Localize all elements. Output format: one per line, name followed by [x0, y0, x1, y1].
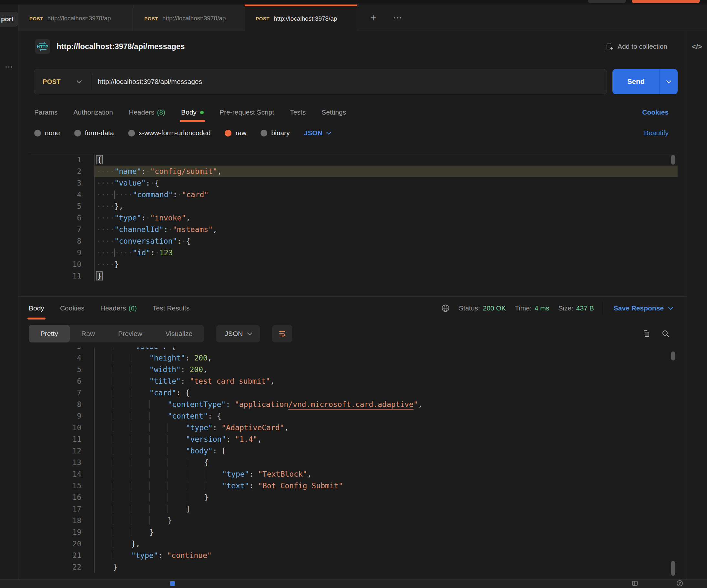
code-line: 15 "text": "Bot Config Submit" — [29, 480, 678, 491]
response-view-switcher: Pretty Raw Preview Visualize — [29, 325, 204, 342]
response-code-lines: 3 "value": {4 "height": 200,5 "width": 2… — [29, 348, 678, 573]
response-tab-cookies[interactable]: Cookies — [60, 297, 85, 319]
radio-selected-icon — [225, 130, 232, 137]
code-line: 16 } — [29, 491, 678, 503]
response-headers-count-badge: (6) — [129, 304, 137, 312]
send-button-label: Send — [612, 77, 660, 86]
code-line: 5 "width": 200, — [29, 364, 678, 375]
view-pretty[interactable]: Pretty — [29, 325, 70, 342]
request-body-editor[interactable]: 1{2····"name":·"config/submit",3····"val… — [29, 153, 678, 291]
send-options-chevron[interactable] — [660, 81, 678, 82]
status-footer: ? — [0, 579, 707, 588]
headers-count-badge: (8) — [157, 108, 165, 116]
view-preview[interactable]: Preview — [106, 325, 154, 342]
chevron-down-icon — [247, 331, 252, 336]
help-icon[interactable]: ? — [677, 580, 683, 586]
globe-icon — [441, 304, 450, 312]
code-snippet-icon[interactable]: </> — [687, 43, 707, 51]
code-line: 11 "version": "1.4", — [29, 434, 678, 445]
import-button-label: port — [1, 15, 13, 23]
meta-divider — [604, 302, 604, 315]
send-button[interactable]: Send — [612, 69, 678, 94]
request-editor-scrollbar[interactable] — [671, 155, 675, 165]
import-button-partial[interactable]: port — [0, 12, 18, 27]
chevron-down-icon — [668, 305, 673, 310]
status-indicator[interactable]: Status:200 OK — [459, 304, 506, 312]
radio-form-data[interactable]: form-data — [74, 129, 114, 137]
request-tab-2[interactable]: POST http://localhost:3978/ap — [133, 4, 245, 31]
tab-params[interactable]: Params — [34, 103, 58, 122]
cookies-link[interactable]: Cookies — [642, 108, 669, 116]
request-config-tabs: Params Authorization Headers(8) Body Pre… — [19, 103, 687, 122]
response-meta-row: Body Cookies Headers(6) Test Results Sta… — [19, 297, 687, 319]
response-tab-test-results[interactable]: Test Results — [153, 297, 190, 319]
body-type-row: none form-data x-www-form-urlencoded raw… — [19, 127, 687, 139]
code-line: 7 "card": { — [29, 387, 678, 399]
wrap-text-icon — [278, 330, 287, 338]
wrap-text-button[interactable] — [272, 325, 292, 342]
response-editor-scrollbar-bottom[interactable] — [671, 561, 675, 576]
size-indicator[interactable]: Size:437 B — [558, 304, 594, 312]
response-editor-scrollbar-top[interactable] — [671, 351, 675, 360]
tab-url: http://localhost:3978/ap — [162, 15, 226, 22]
copy-response-icon[interactable] — [642, 330, 650, 338]
radio-binary[interactable]: binary — [261, 129, 290, 137]
code-line: 4 "height": 200, — [29, 352, 678, 364]
add-to-collection-button[interactable]: Add to collection — [606, 43, 667, 51]
request-title: http://localhost:3978/api/messages — [57, 42, 606, 51]
request-code-lines: 1{2····"name":·"config/submit",3····"val… — [29, 154, 678, 282]
response-format-dropdown[interactable]: JSON — [216, 325, 260, 342]
tab-body[interactable]: Body — [181, 103, 204, 122]
url-input[interactable]: POST http://localhost:3978/api/messages — [34, 69, 607, 94]
status-value: 200 OK — [483, 304, 506, 312]
save-response-button[interactable]: Save Response — [614, 304, 672, 312]
method-label: POST — [43, 78, 61, 85]
tabstrip-spacer: + ⋯ — [357, 4, 707, 31]
radio-none[interactable]: none — [34, 129, 60, 137]
view-raw[interactable]: Raw — [70, 325, 106, 342]
beautify-link[interactable]: Beautify — [644, 129, 669, 137]
footer-panel-icon[interactable] — [632, 581, 638, 586]
tab-settings[interactable]: Settings — [322, 103, 346, 122]
radio-raw-selected[interactable]: raw — [225, 129, 246, 137]
tab-tests[interactable]: Tests — [290, 103, 306, 122]
code-line: 3 "value": { — [29, 348, 678, 352]
response-toolbar: Pretty Raw Preview Visualize JSON — [19, 325, 687, 342]
radio-circle-icon — [74, 130, 81, 137]
radio-circle-icon — [34, 130, 41, 137]
tab-url: http://localhost:3978/ap — [274, 15, 337, 22]
code-line: 9 "content": { — [29, 410, 678, 422]
response-tab-headers[interactable]: Headers(6) — [100, 297, 137, 319]
code-line: 22} — [29, 561, 678, 573]
code-line: 14 "type": "TextBlock", — [29, 468, 678, 480]
new-tab-plus-icon[interactable]: + — [370, 12, 376, 23]
tab-authorization[interactable]: Authorization — [73, 103, 113, 122]
tab-prerequest-script[interactable]: Pre-request Script — [220, 103, 274, 122]
tab-overflow-icon[interactable]: ⋯ — [393, 13, 402, 22]
raw-format-label: JSON — [304, 129, 323, 137]
request-tabstrip: POST http://localhost:3978/ap POST http:… — [19, 4, 707, 31]
code-line: 10 "type": "AdaptiveCard", — [29, 422, 678, 434]
code-line: 20 }, — [29, 538, 678, 550]
footer-indicator-icon[interactable] — [170, 581, 175, 586]
sidebar-overflow-icon[interactable]: ⋯ — [0, 62, 18, 72]
radio-urlencoded[interactable]: x-www-form-urlencoded — [128, 129, 211, 137]
response-body-editor[interactable]: 3 "value": {4 "height": 200,5 "width": 2… — [29, 348, 678, 580]
titlebar-primary-button-partial[interactable] — [632, 0, 700, 3]
add-to-collection-icon — [606, 43, 614, 51]
tab-headers[interactable]: Headers(8) — [129, 103, 165, 122]
response-format-label: JSON — [225, 330, 243, 338]
search-response-icon[interactable] — [662, 330, 670, 338]
url-value: http://localhost:3978/api/messages — [92, 78, 202, 85]
method-selector[interactable]: POST — [34, 78, 92, 85]
raw-format-dropdown[interactable]: JSON — [304, 129, 331, 137]
view-visualize[interactable]: Visualize — [154, 325, 204, 342]
request-tab-3-active[interactable]: POST http://localhost:3978/ap — [245, 4, 357, 31]
size-value: 437 B — [576, 304, 594, 312]
tab-method-badge: POST — [144, 16, 158, 21]
time-indicator[interactable]: Time:4 ms — [515, 304, 549, 312]
titlebar-button-partial[interactable] — [588, 0, 626, 3]
request-tab-1[interactable]: POST http://localhost:3978/ap — [19, 4, 133, 31]
response-tab-body[interactable]: Body — [29, 297, 44, 319]
time-value: 4 ms — [535, 304, 549, 312]
